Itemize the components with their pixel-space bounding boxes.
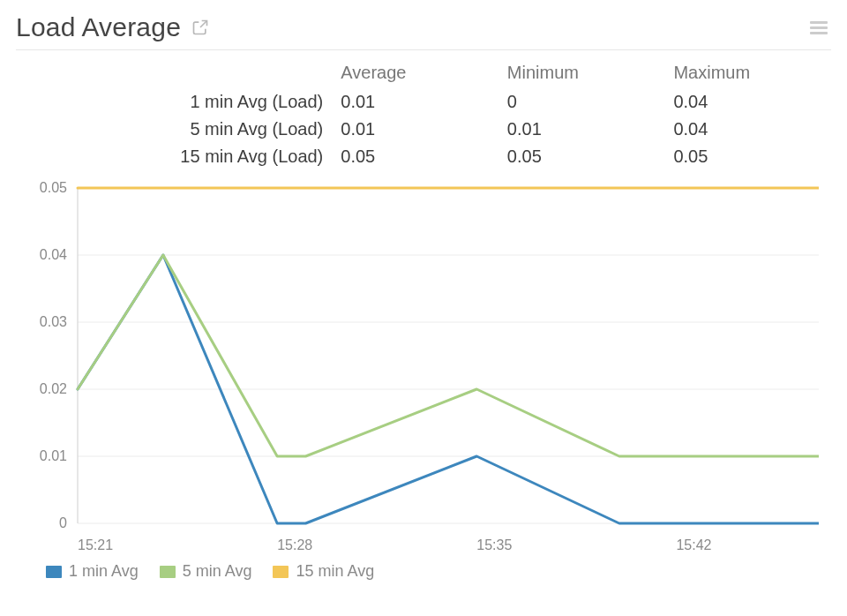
stats-header-row: Average Minimum Maximum bbox=[16, 59, 831, 88]
col-minimum: Minimum bbox=[498, 59, 665, 88]
svg-text:0: 0 bbox=[59, 515, 67, 530]
table-row: 5 min Avg (Load) 0.01 0.01 0.04 bbox=[16, 116, 831, 143]
svg-text:0.03: 0.03 bbox=[40, 314, 67, 329]
legend-label: 1 min Avg bbox=[69, 562, 139, 581]
col-maximum: Maximum bbox=[664, 59, 831, 88]
cell-min: 0.01 bbox=[498, 116, 665, 143]
svg-text:0.05: 0.05 bbox=[40, 180, 67, 195]
panel-header: Load Average bbox=[16, 12, 831, 49]
row-label: 1 min Avg (Load) bbox=[16, 88, 332, 116]
table-row: 15 min Avg (Load) 0.05 0.05 0.05 bbox=[16, 143, 831, 170]
stats-table: Average Minimum Maximum 1 min Avg (Load)… bbox=[16, 59, 831, 170]
header-divider bbox=[16, 49, 831, 50]
legend-item-15min[interactable]: 15 min Avg bbox=[273, 562, 374, 581]
cell-max: 0.04 bbox=[664, 88, 831, 116]
svg-text:0.01: 0.01 bbox=[40, 448, 67, 463]
hamburger-menu-icon[interactable] bbox=[806, 15, 831, 41]
chart-svg: 00.010.020.030.040.0515:2115:2815:3515:4… bbox=[16, 179, 819, 559]
legend-item-1min[interactable]: 1 min Avg bbox=[46, 562, 139, 581]
cell-min: 0.05 bbox=[498, 143, 665, 170]
col-average: Average bbox=[332, 59, 498, 88]
svg-text:15:21: 15:21 bbox=[78, 537, 113, 552]
cell-max: 0.04 bbox=[664, 116, 831, 143]
cell-avg: 0.01 bbox=[332, 116, 498, 143]
chart: 00.010.020.030.040.0515:2115:2815:3515:4… bbox=[16, 179, 819, 559]
load-average-panel: Load Average Average Minimum Maximum 1 m bbox=[0, 0, 847, 616]
legend-swatch bbox=[46, 566, 62, 578]
legend-item-5min[interactable]: 5 min Avg bbox=[160, 562, 252, 581]
legend-swatch bbox=[160, 566, 176, 578]
cell-min: 0 bbox=[498, 88, 665, 116]
table-row: 1 min Avg (Load) 0.01 0 0.04 bbox=[16, 88, 831, 116]
cell-avg: 0.05 bbox=[332, 143, 498, 170]
row-label: 5 min Avg (Load) bbox=[16, 116, 332, 143]
legend-swatch bbox=[273, 566, 289, 578]
svg-text:15:28: 15:28 bbox=[277, 537, 312, 552]
row-label: 15 min Avg (Load) bbox=[16, 143, 332, 170]
svg-text:0.04: 0.04 bbox=[40, 247, 67, 262]
external-link-icon[interactable] bbox=[191, 19, 209, 36]
panel-title: Load Average bbox=[16, 12, 181, 42]
svg-text:15:35: 15:35 bbox=[476, 537, 512, 552]
cell-avg: 0.01 bbox=[332, 88, 498, 116]
cell-max: 0.05 bbox=[664, 143, 831, 170]
legend: 1 min Avg 5 min Avg 15 min Avg bbox=[16, 559, 831, 581]
legend-label: 5 min Avg bbox=[183, 562, 252, 581]
title-wrap: Load Average bbox=[16, 12, 209, 42]
legend-label: 15 min Avg bbox=[296, 562, 374, 581]
svg-text:0.02: 0.02 bbox=[40, 381, 67, 396]
svg-text:15:42: 15:42 bbox=[676, 537, 711, 552]
